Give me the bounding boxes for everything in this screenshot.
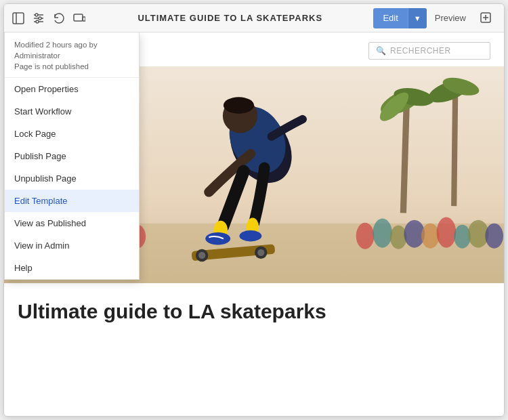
page-main-title: Ultimate guide to LA skateparks [18, 299, 490, 324]
svg-point-52 [205, 232, 230, 245]
toolbar-left [11, 11, 87, 26]
svg-point-53 [239, 230, 261, 241]
dropdown-menu: Modified 2 hours ago by Administrator Pa… [4, 33, 140, 280]
preview-button[interactable]: Preview [427, 8, 474, 28]
menu-item-publish-page[interactable]: Publish Page [5, 145, 139, 167]
svg-rect-9 [83, 17, 85, 21]
svg-point-37 [356, 223, 375, 249]
svg-point-41 [421, 224, 440, 249]
menu-modified-text: Modified 2 hours ago by Administrator [14, 39, 129, 61]
undo-icon[interactable] [51, 11, 66, 26]
page-title-section: Ultimate guide to LA skateparks [4, 283, 504, 335]
svg-line-22 [403, 98, 406, 213]
page-title-toolbar: ULTIMATE GUIDE TO LA SKATEPARKS [87, 13, 373, 23]
menu-item-start-workflow[interactable]: Start Workflow [5, 100, 139, 123]
menu-item-help[interactable]: Help [5, 257, 139, 279]
search-box[interactable]: 🔍 RECHERCHER [368, 42, 490, 60]
svg-point-49 [224, 97, 254, 114]
responsive-icon[interactable] [72, 11, 87, 26]
menu-item-edit-template[interactable]: Edit Template [5, 190, 139, 212]
svg-point-39 [390, 226, 407, 249]
svg-point-5 [35, 14, 38, 16]
menu-publish-status: Page is not published [14, 61, 129, 72]
search-icon: 🔍 [376, 46, 386, 56]
svg-rect-8 [74, 14, 83, 21]
menu-item-unpublish-page[interactable]: Unpublish Page [5, 167, 139, 190]
svg-point-6 [39, 17, 41, 20]
svg-point-58 [257, 249, 264, 256]
main-content: 🔍 RECHERCHER [4, 33, 504, 416]
browser-window: ULTIMATE GUIDE TO LA SKATEPARKS Edit ▼ P… [3, 3, 505, 417]
share-button[interactable] [474, 8, 497, 28]
menu-item-lock-page[interactable]: Lock Page [5, 123, 139, 145]
menu-item-view-as-published[interactable]: View as Published [5, 212, 139, 234]
edit-dropdown-button[interactable]: ▼ [408, 8, 427, 28]
svg-point-38 [373, 219, 392, 248]
edit-button[interactable]: Edit [373, 8, 407, 28]
svg-point-45 [485, 224, 503, 249]
svg-point-7 [36, 20, 39, 23]
menu-item-open-properties[interactable]: Open Properties [5, 78, 139, 100]
search-placeholder: RECHERCHER [390, 46, 451, 56]
svg-line-26 [454, 88, 455, 206]
panel-toggle-icon[interactable] [11, 11, 26, 26]
toolbar: ULTIMATE GUIDE TO LA SKATEPARKS Edit ▼ P… [4, 4, 504, 33]
svg-point-56 [198, 252, 205, 259]
menu-item-view-in-admin[interactable]: View in Admin [5, 234, 139, 257]
menu-header: Modified 2 hours ago by Administrator Pa… [5, 33, 139, 78]
settings-icon[interactable] [31, 11, 46, 26]
svg-point-42 [437, 217, 457, 248]
svg-rect-0 [13, 13, 24, 24]
toolbar-right: Edit ▼ Preview [373, 8, 497, 28]
